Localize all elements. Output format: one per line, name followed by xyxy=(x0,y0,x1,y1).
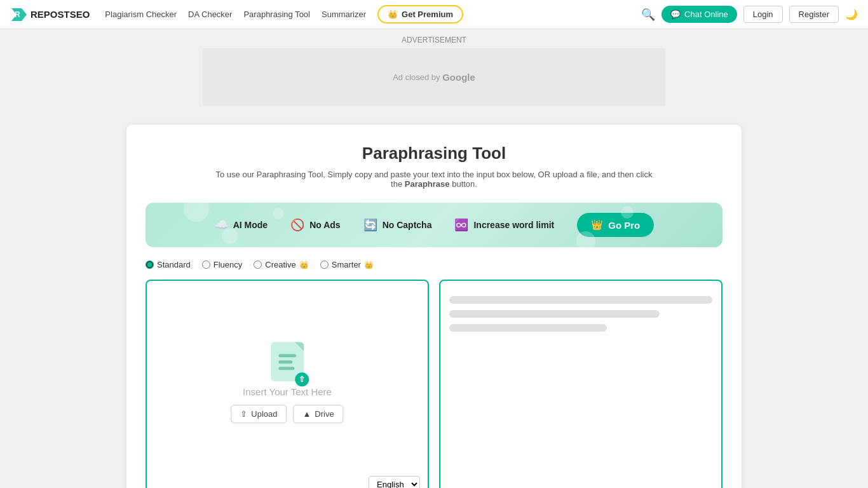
feature-increase-word-limit: ♾️ Increase word limit xyxy=(454,218,554,232)
upload-buttons: ⇧ Upload ▲ Drive xyxy=(231,405,343,423)
mode-smarter[interactable]: Smarter 👑 xyxy=(320,260,374,269)
textareas-row: ⇧ Insert Your Text Here ⇧ Upload ▲ Drive xyxy=(146,280,722,488)
mode-selector: Standard Fluency Creative 👑 Smarter 👑 xyxy=(146,259,722,271)
output-lines xyxy=(449,290,712,344)
main-content: Paraphrasing Tool To use our Paraphrasin… xyxy=(116,125,752,488)
mode-creative[interactable]: Creative 👑 xyxy=(254,260,308,269)
chat-icon: 💬 xyxy=(670,10,681,19)
logo-icon: R xyxy=(10,6,28,24)
mode-fluency-label: Fluency xyxy=(214,260,243,269)
bubble-4 xyxy=(576,231,595,247)
no-ads-icon: 🚫 xyxy=(290,218,304,232)
navbar: R REPOSTSEO Plagiarism Checker DA Checke… xyxy=(0,0,868,29)
mode-smarter-radio[interactable] xyxy=(320,261,329,269)
search-icon[interactable]: 🔍 xyxy=(641,8,655,22)
drive-button[interactable]: ▲ Drive xyxy=(293,405,343,423)
chat-button[interactable]: 💬 Chat Online xyxy=(661,6,737,23)
drive-label: Drive xyxy=(315,409,334,419)
feature-no-ads: 🚫 No Ads xyxy=(290,218,340,232)
chat-label: Chat Online xyxy=(684,10,728,19)
language-select[interactable]: English xyxy=(369,476,420,488)
register-button[interactable]: Register xyxy=(789,6,839,23)
insert-placeholder: ⇧ Insert Your Text Here ⇧ Upload ▲ Drive xyxy=(231,342,343,423)
ai-mode-label: AI Mode xyxy=(233,220,268,230)
premium-label: Get Premium xyxy=(402,10,453,19)
output-line-1 xyxy=(449,296,712,304)
no-captcha-icon: 🔄 xyxy=(363,218,377,232)
page-title: Paraphrasing Tool xyxy=(146,144,722,163)
output-line-3 xyxy=(449,324,607,332)
output-panel xyxy=(439,280,722,488)
file-icon-container: ⇧ xyxy=(271,342,304,381)
file-line-3 xyxy=(278,367,294,370)
upload-arrow-icon: ⇧ xyxy=(295,372,309,386)
upload-button[interactable]: ⇧ Upload xyxy=(231,405,287,423)
navbar-right: 🔍 💬 Chat Online Login Register 🌙 xyxy=(641,6,858,23)
page-subtitle: To use our Paraphrasing Tool, Simply cop… xyxy=(212,170,656,189)
bubble-1 xyxy=(184,203,209,222)
logo[interactable]: R REPOSTSEO xyxy=(10,6,90,24)
go-pro-icon: 👑 xyxy=(591,219,603,231)
mode-creative-crown: 👑 xyxy=(299,261,309,269)
mode-creative-label: Creative xyxy=(265,260,295,269)
insert-text: Insert Your Text Here xyxy=(243,386,332,397)
go-pro-label: Go Pro xyxy=(608,220,640,231)
bubble-5 xyxy=(621,206,634,219)
ad-area: ADVERTISEMENT Ad closed by Google xyxy=(0,29,868,113)
language-selector-container: English xyxy=(369,476,420,488)
mode-standard[interactable]: Standard xyxy=(146,260,191,269)
ad-google-text: Google xyxy=(442,72,475,83)
dark-mode-button[interactable]: 🌙 xyxy=(845,8,858,20)
brand-name: REPOSTSEO xyxy=(31,9,90,20)
mode-fluency[interactable]: Fluency xyxy=(202,260,243,269)
output-line-2 xyxy=(449,310,660,318)
mode-standard-radio[interactable] xyxy=(146,261,154,269)
login-button[interactable]: Login xyxy=(743,6,783,23)
nav-links: Plagiarism Checker DA Checker Paraphrasi… xyxy=(105,5,641,24)
nav-da-checker[interactable]: DA Checker xyxy=(188,10,232,19)
premium-crown-icon: 👑 xyxy=(388,10,398,19)
drive-icon: ▲ xyxy=(302,409,311,419)
feature-banner: ☁️ AI Mode 🚫 No Ads 🔄 No Captcha ♾️ Incr… xyxy=(146,203,722,247)
bubble-2 xyxy=(222,228,238,244)
file-line-2 xyxy=(278,360,292,363)
ad-closed-text: Ad closed by xyxy=(393,72,440,82)
ad-label: ADVERTISEMENT xyxy=(0,36,868,44)
increase-word-limit-label: Increase word limit xyxy=(473,220,554,230)
svg-text:R: R xyxy=(15,10,20,19)
no-ads-label: No Ads xyxy=(309,220,340,230)
ad-box: Ad closed by Google xyxy=(203,48,665,105)
premium-button[interactable]: 👑 Get Premium xyxy=(377,5,463,24)
input-panel: ⇧ Insert Your Text Here ⇧ Upload ▲ Drive xyxy=(146,280,429,488)
no-captcha-label: No Captcha xyxy=(383,220,432,230)
feature-ai-mode: ☁️ AI Mode xyxy=(214,218,268,232)
mode-standard-label: Standard xyxy=(157,260,191,269)
upload-icon: ⇧ xyxy=(240,409,247,419)
nav-paraphrasing-tool[interactable]: Paraphrasing Tool xyxy=(243,10,310,19)
main-card: Paraphrasing Tool To use our Paraphrasin… xyxy=(126,125,742,488)
bubble-3 xyxy=(273,208,284,219)
mode-fluency-radio[interactable] xyxy=(202,261,210,269)
mode-creative-radio[interactable] xyxy=(254,261,262,269)
upload-label: Upload xyxy=(251,409,277,419)
mode-smarter-crown: 👑 xyxy=(364,261,374,269)
mode-smarter-label: Smarter xyxy=(332,260,361,269)
nav-summarizer[interactable]: Summarizer xyxy=(322,10,366,19)
increase-word-limit-icon: ♾️ xyxy=(454,218,468,232)
file-line-1 xyxy=(278,354,296,357)
feature-no-captcha: 🔄 No Captcha xyxy=(363,218,432,232)
nav-plagiarism-checker[interactable]: Plagiarism Checker xyxy=(105,10,177,19)
